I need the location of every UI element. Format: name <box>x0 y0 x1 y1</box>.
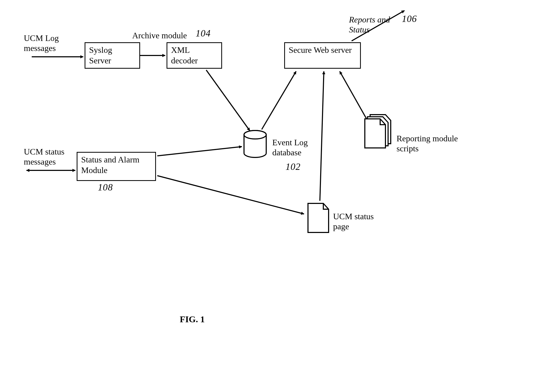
ref-108: 108 <box>98 182 113 193</box>
ref-106: 106 <box>402 13 417 25</box>
arrow-scripts-to-web <box>340 71 369 123</box>
box-status-alarm-module: Status and Alarm Module <box>77 152 156 181</box>
arrow-xml-to-db <box>206 70 250 131</box>
label-reporting-scripts: Reporting module scripts <box>397 133 458 154</box>
ref-102: 102 <box>286 161 301 172</box>
diagram-stage: UCM Log messages UCM status messages Arc… <box>0 0 543 392</box>
box-secure-web-server: Secure Web server <box>284 42 361 69</box>
arrow-status-to-db <box>157 147 242 156</box>
label-ucm-status-messages: UCM status messages <box>24 147 65 167</box>
label-ucm-status-page: UCM status page <box>333 211 374 232</box>
label-reports-and-status: Reports and Status <box>349 15 390 35</box>
arrow-page-to-web <box>320 71 324 201</box>
figure-caption: FIG. 1 <box>180 314 205 324</box>
svg-overlay <box>0 0 543 392</box>
svg-point-1 <box>244 130 266 139</box>
arrow-db-to-web <box>262 71 296 129</box>
box-syslog-server: Syslog Server <box>85 42 140 69</box>
svg-point-0 <box>244 130 266 139</box>
database-icon <box>244 130 266 157</box>
arrow-status-to-page <box>157 176 304 214</box>
documents-stack-icon <box>365 115 391 148</box>
label-archive-module: Archive module <box>132 30 187 40</box>
label-event-log-database: Event Log database <box>272 137 308 158</box>
label-ucm-log-messages: UCM Log messages <box>24 33 59 53</box>
ref-104: 104 <box>196 28 211 39</box>
document-icon <box>308 203 329 232</box>
box-xml-decoder: XML decoder <box>167 42 222 69</box>
